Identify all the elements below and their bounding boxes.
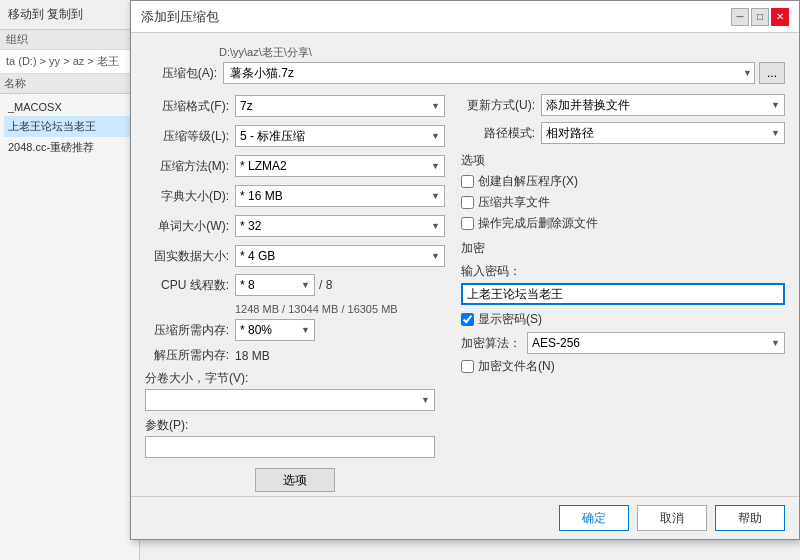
cpu-select[interactable]: * 8 — [236, 275, 314, 295]
algo-row: 加密算法： AES-256 ▼ — [461, 332, 785, 354]
dict-select[interactable]: * 16 MB — [236, 186, 444, 206]
dialog-footer: 确定 取消 帮助 — [131, 496, 799, 539]
volume-label: 分卷大小，字节(V): — [145, 370, 248, 387]
archive-path-hint: D:\yy\az\老王\分享\ — [219, 45, 785, 60]
level-label: 压缩等级(L): — [145, 128, 235, 145]
update-combo[interactable]: 添加并替换文件 ▼ — [541, 94, 785, 116]
format-row: 压缩格式(F): 7z ▼ — [145, 94, 445, 118]
memory-desc: 1248 MB / 13044 MB / 16305 MB — [235, 302, 445, 317]
maximize-button[interactable]: □ — [751, 8, 769, 26]
format-combo[interactable]: 7z ▼ — [235, 95, 445, 117]
algo-label: 加密算法： — [461, 335, 521, 352]
memory-block: 1248 MB / 13044 MB / 16305 MB 压缩所需内存: * … — [145, 302, 445, 341]
update-label: 更新方式(U): — [461, 97, 541, 114]
options-button[interactable]: 选项 — [255, 468, 335, 492]
cancel-button[interactable]: 取消 — [637, 505, 707, 531]
help-button[interactable]: 帮助 — [715, 505, 785, 531]
bg-col-header: 名称 — [0, 74, 139, 94]
right-column: 更新方式(U): 添加并替换文件 ▼ 路径模式: 相对路径 — [461, 94, 785, 492]
dict-label: 字典大小(D): — [145, 188, 235, 205]
volume-combo[interactable]: ▼ — [145, 389, 435, 411]
bg-group-label: 组织 — [0, 30, 139, 50]
cpu-of-label: / 8 — [319, 278, 332, 292]
delete-label: 操作完成后删除源文件 — [478, 215, 598, 232]
memory-select[interactable]: * 80% — [236, 320, 314, 340]
ok-button[interactable]: 确定 — [559, 505, 629, 531]
archive-name-select[interactable]: 薯条小猫.7z — [228, 63, 750, 83]
encrypt-section: 加密 输入密码： 显示密码(S) 加密算法： AES-256 ▼ — [461, 240, 785, 375]
path-row: 路径模式: 相对路径 ▼ — [461, 122, 785, 144]
shared-label: 压缩共享文件 — [478, 194, 550, 211]
memory-label: 压缩所需内存: — [145, 322, 235, 339]
bg-file-macosx[interactable]: _MACOSX — [4, 98, 135, 116]
show-password-label: 显示密码(S) — [478, 311, 542, 328]
format-select[interactable]: 7z — [236, 96, 444, 116]
options-checkboxes-section: 选项 创建自解压程序(X) 压缩共享文件 操作完成后删除源文件 — [461, 152, 785, 232]
cpu-combo[interactable]: * 8 ▼ — [235, 274, 315, 296]
decomp-label: 解压所需内存: — [145, 347, 235, 364]
volume-section: 分卷大小，字节(V): ▼ — [145, 370, 445, 411]
bg-file-2048[interactable]: 2048.cc-重磅推荐 — [4, 137, 135, 158]
selfextract-checkbox[interactable] — [461, 175, 474, 188]
left-column: 压缩格式(F): 7z ▼ 压缩等级(L): 5 - 标准压缩 — [145, 94, 445, 492]
path-combo[interactable]: 相对路径 ▼ — [541, 122, 785, 144]
delete-checkbox[interactable] — [461, 217, 474, 230]
archive-name-combo[interactable]: 薯条小猫.7z ▼ — [223, 62, 755, 84]
solid-select[interactable]: * 4 GB — [236, 246, 444, 266]
solid-combo[interactable]: * 4 GB ▼ — [235, 245, 445, 267]
params-section: 参数(P): — [145, 417, 445, 458]
path-label: 路径模式: — [461, 125, 541, 142]
encrypt-filename-row: 加密文件名(N) — [461, 358, 785, 375]
update-row: 更新方式(U): 添加并替换文件 ▼ — [461, 94, 785, 116]
two-columns-layout: 压缩格式(F): 7z ▼ 压缩等级(L): 5 - 标准压缩 — [145, 94, 785, 492]
bg-filelist: _MACOSX 上老王论坛当老王 2048.cc-重磅推荐 — [0, 94, 139, 162]
word-combo[interactable]: * 32 ▼ — [235, 215, 445, 237]
options-section-label: 选项 — [461, 152, 785, 169]
word-row: 单词大小(W): * 32 ▼ — [145, 214, 445, 238]
dialog-title: 添加到压缩包 — [141, 8, 219, 26]
word-select[interactable]: * 32 — [236, 216, 444, 236]
selfextract-row: 创建自解压程序(X) — [461, 173, 785, 190]
update-select[interactable]: 添加并替换文件 — [542, 95, 784, 115]
minimize-button[interactable]: ─ — [731, 8, 749, 26]
method-row: 压缩方法(M): * LZMA2 ▼ — [145, 154, 445, 178]
browse-button[interactable]: ... — [759, 62, 785, 84]
volume-input-row: ▼ — [145, 389, 445, 411]
method-combo[interactable]: * LZMA2 ▼ — [235, 155, 445, 177]
shared-checkbox[interactable] — [461, 196, 474, 209]
solid-row: 固实数据大小: * 4 GB ▼ — [145, 244, 445, 268]
method-select[interactable]: * LZMA2 — [236, 156, 444, 176]
word-label: 单词大小(W): — [145, 218, 235, 235]
algo-combo[interactable]: AES-256 ▼ — [527, 332, 785, 354]
cpu-label: CPU 线程数: — [145, 277, 235, 294]
dict-row: 字典大小(D): * 16 MB ▼ — [145, 184, 445, 208]
format-label: 压缩格式(F): — [145, 98, 235, 115]
options-btn-row: 选项 — [145, 468, 445, 492]
solid-label: 固实数据大小: — [145, 248, 235, 265]
algo-select[interactable]: AES-256 — [528, 333, 784, 353]
encrypt-filename-checkbox[interactable] — [461, 360, 474, 373]
method-label: 压缩方法(M): — [145, 158, 235, 175]
show-password-checkbox[interactable] — [461, 313, 474, 326]
params-label: 参数(P): — [145, 417, 445, 434]
add-to-archive-dialog: 添加到压缩包 ─ □ ✕ D:\yy\az\老王\分享\ 压缩包(A): 薯条小… — [130, 0, 800, 540]
delete-row: 操作完成后删除源文件 — [461, 215, 785, 232]
params-input[interactable] — [145, 436, 435, 458]
dialog-content: D:\yy\az\老王\分享\ 压缩包(A): 薯条小猫.7z ▼ ... 压缩 — [131, 33, 799, 496]
bg-toolbar-text: 移动到 复制到 — [8, 7, 83, 21]
password-input[interactable] — [461, 283, 785, 305]
memory-combo[interactable]: * 80% ▼ — [235, 319, 315, 341]
path-select[interactable]: 相对路径 — [542, 123, 784, 143]
archive-row: 压缩包(A): 薯条小猫.7z ▼ ... — [145, 62, 785, 84]
close-button[interactable]: ✕ — [771, 8, 789, 26]
level-combo[interactable]: 5 - 标准压缩 ▼ — [235, 125, 445, 147]
level-select[interactable]: 5 - 标准压缩 — [236, 126, 444, 146]
encrypt-input-label: 输入密码： — [461, 263, 785, 280]
encrypt-title: 加密 — [461, 240, 785, 257]
bg-file-laowang[interactable]: 上老王论坛当老王 — [4, 116, 135, 137]
archive-input-wrap: 薯条小猫.7z ▼ ... — [223, 62, 785, 84]
level-row: 压缩等级(L): 5 - 标准压缩 ▼ — [145, 124, 445, 148]
dict-combo[interactable]: * 16 MB ▼ — [235, 185, 445, 207]
volume-select[interactable] — [146, 390, 434, 410]
cpu-row: CPU 线程数: * 8 ▼ / 8 — [145, 274, 445, 296]
